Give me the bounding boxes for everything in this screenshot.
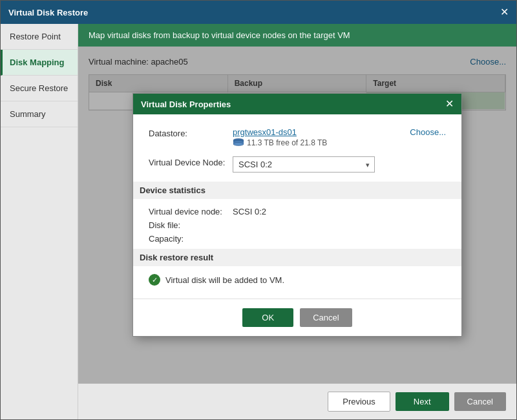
bottom-bar: Previous Next Cancel xyxy=(78,383,516,419)
datastore-value: prgtwesx01-ds01 xyxy=(233,127,446,147)
sidebar-item-summary[interactable]: Summary xyxy=(1,101,78,127)
stat-row-disk-file: Disk file: xyxy=(149,220,446,230)
vdn-select[interactable]: SCSI 0:2 SCSI 0:1 SCSI 0:3 SCSI 1:0 xyxy=(233,156,375,173)
window-title: Virtual Disk Restore xyxy=(8,8,88,17)
stat-row-capacity: Capacity: xyxy=(149,234,446,244)
vdn-select-wrapper: SCSI 0:2 SCSI 0:1 SCSI 0:3 SCSI 1:0 ▾ xyxy=(233,156,375,173)
dialog-title-bar: Virtual Disk Properties ✕ xyxy=(133,94,461,114)
title-bar: Virtual Disk Restore ✕ xyxy=(1,1,516,24)
result-section: Disk restore result ✓ Virtual disk will … xyxy=(149,249,446,286)
main-content: Restore Point Disk Mapping Secure Restor… xyxy=(1,24,516,419)
stat-capacity-label: Capacity: xyxy=(149,234,233,244)
vdn-label: Virtual Device Node: xyxy=(149,156,233,167)
svg-point-4 xyxy=(233,143,244,146)
ok-button[interactable]: OK xyxy=(242,308,293,327)
datastore-choose-link[interactable]: Choose... xyxy=(410,127,446,137)
sidebar: Restore Point Disk Mapping Secure Restor… xyxy=(1,24,78,419)
panel-body: Virtual machine: apache05 Choose... Disk… xyxy=(78,47,516,383)
stat-vdn-label: Virtual device node: xyxy=(149,207,233,216)
stat-disk-file-label: Disk file: xyxy=(149,220,233,230)
dialog-overlay: Virtual Disk Properties ✕ Datastore: xyxy=(78,47,516,383)
right-panel: Map virtual disks from backup to virtual… xyxy=(78,24,516,419)
dialog-body: Datastore: prgtwesx01-ds01 xyxy=(133,114,461,299)
dialog-close-button[interactable]: ✕ xyxy=(445,99,454,109)
stat-vdn-value: SCSI 0:2 xyxy=(233,207,266,216)
next-button[interactable]: Next xyxy=(396,392,449,411)
sidebar-item-restore-point[interactable]: Restore Point xyxy=(1,24,78,50)
cancel-main-button[interactable]: Cancel xyxy=(454,392,506,411)
result-row: ✓ Virtual disk will be added to VM. xyxy=(149,274,446,286)
vdn-value: SCSI 0:2 SCSI 0:1 SCSI 0:3 SCSI 1:0 ▾ xyxy=(233,156,446,173)
sidebar-item-disk-mapping[interactable]: Disk Mapping xyxy=(1,50,78,76)
dialog-title: Virtual Disk Properties xyxy=(141,100,231,109)
result-text: Virtual disk will be added to VM. xyxy=(165,275,284,285)
vdn-row: Virtual Device Node: SCSI 0:2 SCSI 0:1 S… xyxy=(149,156,446,173)
dialog-footer: OK Cancel xyxy=(133,299,461,336)
datastore-size: 11.3 TB free of 21.8 TB xyxy=(233,138,327,147)
previous-button[interactable]: Previous xyxy=(328,392,390,412)
result-header: Disk restore result xyxy=(133,249,461,266)
window-close-button[interactable]: ✕ xyxy=(500,7,509,17)
sidebar-item-secure-restore[interactable]: Secure Restore xyxy=(1,76,78,101)
panel-header: Map virtual disks from backup to virtual… xyxy=(78,24,516,47)
datastore-label: Datastore: xyxy=(149,127,233,138)
cancel-dialog-button[interactable]: Cancel xyxy=(300,308,352,327)
success-icon: ✓ xyxy=(149,274,160,286)
datastore-name[interactable]: prgtwesx01-ds01 xyxy=(233,127,327,137)
virtual-disk-properties-dialog: Virtual Disk Properties ✕ Datastore: xyxy=(132,93,462,337)
datastore-row: Datastore: prgtwesx01-ds01 xyxy=(149,127,446,147)
device-stats-header: Device statistics xyxy=(133,182,461,199)
main-window: Virtual Disk Restore ✕ Restore Point Dis… xyxy=(0,0,517,420)
stat-row-vdn: Virtual device node: SCSI 0:2 xyxy=(149,207,446,216)
disk-stack-icon xyxy=(233,138,244,147)
